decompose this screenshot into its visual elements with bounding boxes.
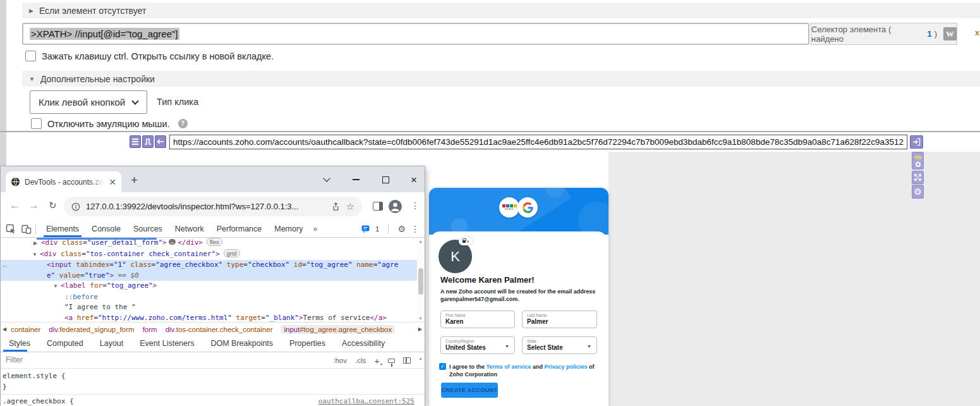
agree-checkbox-rule[interactable]: .agree_checkbox { [3,397,74,405]
rendering-icon[interactable] [388,359,395,363]
tab-console[interactable]: Console [85,221,127,237]
terms-of-service-link[interactable]: Terms of service [487,364,531,370]
sidebar-tab-layout[interactable]: Layout [92,336,132,352]
info-icon[interactable] [71,202,80,211]
back-icon[interactable]: ← [9,199,20,212]
scroll-up-icon[interactable]: ▲ [418,239,423,243]
w-badge-icon[interactable]: W [943,27,957,40]
element-style-open[interactable]: element.style { [3,372,65,380]
omnibox[interactable]: 127.0.0.1:39922/devtools/inspector.html?… [64,197,362,216]
breadcrumb-item[interactable]: div.federated_signup_form [49,326,134,333]
breadcrumb-left-arrow[interactable]: ◀ [3,326,6,332]
tree-node[interactable]: ::before [1,292,425,303]
dom-breadcrumbs: ◀ containerdiv.federated_signup_formform… [1,322,425,336]
sidebar-tab-accessibility[interactable]: Accessibility [334,336,393,352]
console-messages-icon[interactable] [361,225,370,233]
sidebar-tab-event-listeners[interactable]: Event Listeners [131,336,202,352]
cls-toggle[interactable]: .cls [355,357,366,364]
sidebar-tab-properties[interactable]: Properties [281,336,334,352]
state-value: Select State [527,343,592,352]
emulator-url-input[interactable] [169,135,907,149]
tab-performance[interactable]: Performance [210,221,269,237]
tree-node[interactable]: <a href="http://www.zoho.com/terms.html"… [1,313,425,323]
state-select[interactable]: State Select State ▼ [522,336,597,354]
side-panel-icon[interactable] [373,202,383,211]
tab-network[interactable]: Network [169,221,210,237]
devtools-url: 127.0.0.1:39922/devtools/inspector.html?… [86,202,325,211]
devtools-window: DevTools - accounts.zoho.com/ac ✕ + × ← … [1,166,425,406]
privacy-policies-link[interactable]: Privacy policies [544,364,587,370]
window-menu-button[interactable] [321,174,332,185]
fullscreen-button[interactable] [912,171,924,184]
reload-icon[interactable]: ↻ [49,200,57,211]
breadcrumb-item[interactable]: form [143,326,157,333]
tree-node[interactable]: e" value="true"> == $0 [1,271,425,281]
avatar-privacy-badge[interactable]: ▾ [459,237,473,245]
styles-filter-bar: :hov .cls +▾ ▲ [1,352,425,369]
computed-panel-icon[interactable] [403,357,411,364]
wifi-status-button[interactable] [912,152,924,169]
style-source-link[interactable]: oauthcallba…consent:525 [318,397,414,405]
tab-elements[interactable]: Elements [40,221,85,237]
bookmark-star-icon[interactable]: ☆ [346,201,354,212]
zoho-signup-card: ZOHO K ▾ Welcome Karen Palmer! A new Zoh… [429,188,608,406]
zoho-logo-icon [502,204,517,207]
tree-node[interactable]: ▶<div class="user_detail_form">…</div>fl… [1,238,425,249]
tab-memory[interactable]: Memory [268,221,309,237]
share-icon[interactable] [331,202,341,211]
last-name-field[interactable]: Last Name Palmer [522,311,597,328]
close-window-button[interactable]: × [408,174,420,185]
sidebar-tab-computed[interactable]: Computed [39,336,92,352]
settings-button[interactable]: ⚙ [912,185,924,199]
country-select[interactable]: Country/Region United States ▼ [440,336,515,354]
section-advanced-settings[interactable]: ▼ Дополнительные настройки [22,71,980,87]
agree-checkbox[interactable]: ✓ [439,363,446,370]
more-panels-chevrons[interactable]: » [309,225,321,233]
create-account-button[interactable]: CREATE ACCOUNT [441,383,498,398]
maximize-button[interactable] [380,174,391,185]
devtools-browser-tab[interactable]: DevTools - accounts.zoho.com/ac ✕ [6,171,121,192]
mouse-emulation-checkbox[interactable] [31,118,42,129]
tree-node[interactable]: ▼<label for="tog_agree"> [1,281,425,292]
devtools-settings-gear-icon[interactable]: ⚙ [397,224,406,234]
breadcrumb-item[interactable]: div.tos-container.check_container [166,326,273,333]
tree-node[interactable]: ▼<div class="tos-container check_contain… [1,249,425,261]
close-tab-icon[interactable]: ✕ [109,177,116,187]
devtools-menu-dots-icon[interactable]: ⋮ [411,224,420,234]
tree-node[interactable]: "I agree to the " [1,302,425,313]
tree-node[interactable]: …<input tabindex="1" class="agree_checkb… [1,260,425,271]
breadcrumb-right-arrow[interactable]: ▶ [418,326,422,332]
new-tab-button[interactable]: + [131,173,138,187]
styles-sidebar-tabs: StylesComputedLayoutEvent ListenersDOM B… [1,336,425,352]
tab-sources[interactable]: Sources [127,221,169,237]
scrollbar-thumb[interactable] [418,268,423,295]
menu-button[interactable] [130,135,141,148]
scroll-down-icon[interactable]: ▼ [418,316,423,321]
inspect-element-icon[interactable] [6,224,16,235]
back-button[interactable] [155,135,166,148]
styles-scroll-up-icon[interactable]: ▲ [418,356,423,360]
first-name-field[interactable]: First Name Karen [440,311,515,328]
profile-avatar-icon[interactable] [389,200,402,213]
sidebar-tab-dom-breakpoints[interactable]: DOM Breakpoints [202,336,281,352]
sidebar-tab-styles[interactable]: Styles [1,336,39,352]
click-type-dropdown[interactable]: Клик левой кнопкой [30,90,147,114]
help-icon[interactable]: ? [178,119,188,128]
minimize-button[interactable] [350,174,361,185]
breadcrumb-item[interactable]: input#tog_agree.agree_checkbox [281,325,395,334]
hov-toggle[interactable]: :hov [333,357,347,364]
section-if-element-missing[interactable]: ▶ Если элемент отсутствует [22,3,980,18]
xpath-input[interactable]: >XPATH> //input[@id="tog_agree"] [22,23,809,45]
styles-filter-input[interactable] [4,355,194,365]
breadcrumb-item[interactable]: container [11,326,40,333]
ctrl-click-checkbox[interactable] [25,51,36,61]
browser-menu-dots-icon[interactable]: ⋮ [411,200,420,211]
elements-scrollbar[interactable]: ▲ ▼ [417,238,425,322]
chevron-down-icon [131,97,138,104]
device-toolbar-icon[interactable] [21,225,32,234]
steps-button[interactable] [142,135,154,148]
go-to-url-button[interactable] [910,135,923,149]
forward-icon[interactable]: → [28,199,39,212]
record-ring-icon [916,162,921,167]
new-style-rule-button[interactable]: +▾ [374,355,380,366]
